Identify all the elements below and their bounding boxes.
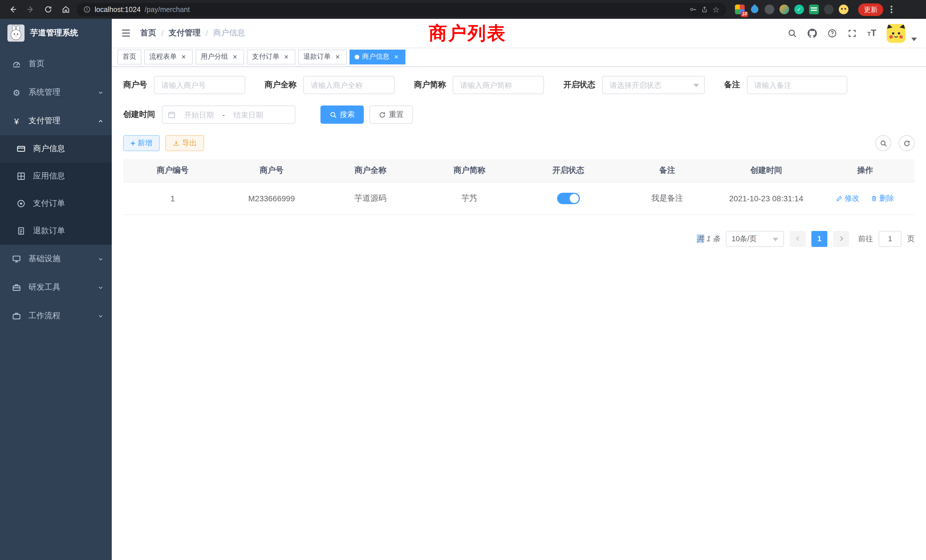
fullscreen-icon[interactable] [847,28,857,38]
extension-notes-icon[interactable] [809,5,819,14]
add-button[interactable]: + 新增 [123,135,160,151]
app-logo[interactable]: 芋道管理系统 [0,19,112,47]
pagination-total-text: 1 条 [707,234,720,243]
extension-check-icon[interactable] [794,5,804,14]
create-time-label: 创建时间 [123,109,162,120]
close-icon[interactable]: × [282,53,290,61]
search-icon [879,139,887,147]
extension-avatar-icon[interactable] [779,5,789,14]
extension-badge: 10 [741,11,748,17]
annotation-title: 商户列表 [429,21,506,46]
refresh-icon [378,111,386,118]
extension-pin-icon[interactable] [824,5,834,14]
close-icon[interactable]: × [231,53,239,61]
dashboard-icon [11,59,22,68]
extension-dark-circle-icon[interactable] [765,5,774,14]
browser-forward-icon[interactable] [23,3,37,16]
sidebar-item-merchant-info[interactable]: 商户信息 [0,135,112,162]
monitor-icon [11,254,22,263]
browser-address-bar[interactable]: localhost:1024/pay/merchant ☆ [76,3,726,16]
browser-reload-icon[interactable] [41,3,55,16]
extension-colorful-icon[interactable]: 10 [735,5,745,14]
breadcrumb-payment[interactable]: 支付管理 [169,28,201,38]
tab-label: 支付订单 [252,52,279,62]
cell-merchant-name: 芋道源码 [321,182,420,215]
delete-button-label: 删除 [879,193,894,203]
tab-label: 流程表单 [150,52,177,62]
next-page-button[interactable] [833,231,849,247]
reset-button-label: 重置 [389,109,404,120]
tab-refund-order[interactable]: 退款订单 × [298,49,346,64]
merchant-no-input[interactable] [154,76,245,94]
cell-actions: 修改 删除 [816,182,915,215]
breadcrumb-home[interactable]: 首页 [140,28,156,38]
tab-user-group[interactable]: 用户分组 × [195,49,244,64]
status-toggle[interactable] [557,192,580,204]
chrome-update-button[interactable]: 更新 [858,3,883,16]
start-date-input[interactable] [178,110,220,119]
date-range-picker[interactable]: - [162,106,295,124]
refresh-table-button[interactable] [899,135,915,151]
user-avatar[interactable] [887,24,905,42]
close-icon[interactable]: × [392,53,400,61]
close-icon[interactable]: × [334,53,342,61]
sidebar-item-workflow[interactable]: 工作流程 [0,302,112,330]
tab-process-form[interactable]: 流程表单 × [144,49,193,64]
avatar-caret-icon[interactable] [911,37,917,41]
sidebar-item-system[interactable]: ⚙ 系统管理 [0,78,112,107]
browser-back-icon[interactable] [6,3,20,16]
extension-drop-icon[interactable] [749,4,760,15]
sidebar-item-refund-order[interactable]: 退款订单 [0,217,112,245]
chevron-down-icon [97,313,104,319]
font-size-icon[interactable]: TT [867,28,876,38]
chevron-down-icon [97,284,104,291]
reset-button[interactable]: 重置 [369,106,413,124]
browser-menu-icon[interactable] [887,3,896,15]
sidebar-item-label: 商户信息 [33,144,104,154]
remark-label: 备注 [724,80,747,90]
sidebar-item-devtools[interactable]: 研发工具 [0,273,112,302]
search-icon[interactable] [787,28,797,38]
sidebar-item-app-info[interactable]: 应用信息 [0,162,112,190]
bookmark-star-icon[interactable]: ☆ [713,5,720,14]
trash-icon [871,195,878,201]
extension-smiley-icon[interactable] [839,5,849,14]
tab-home[interactable]: 首页 [118,49,141,64]
delete-button[interactable]: 删除 [871,193,894,203]
remark-input[interactable] [747,76,847,94]
merchant-short-name-input[interactable] [453,76,544,94]
sidebar-item-payment[interactable]: ¥ 支付管理 [0,107,112,135]
sidebar-item-home[interactable]: 首页 [0,50,112,78]
status-select[interactable] [602,76,705,94]
help-icon[interactable] [828,28,837,38]
sidebar-item-infrastructure[interactable]: 基础设施 [0,245,112,273]
edit-button[interactable]: 修改 [836,193,859,203]
chevron-down-icon [97,89,104,95]
app-title: 芋道管理系统 [30,28,78,38]
close-icon[interactable]: × [180,53,188,61]
sidebar-toggle-icon[interactable] [121,28,131,38]
page-1-button[interactable]: 1 [811,231,828,247]
page-size-select[interactable]: 10条/页 [726,231,784,247]
browser-home-icon[interactable] [59,3,73,16]
search-button[interactable]: 搜索 [321,106,364,124]
page-size-value: 10条/页 [732,233,757,244]
breadcrumb-separator: / [161,29,163,38]
password-key-icon[interactable] [690,6,697,13]
site-info-icon [83,6,91,13]
prev-page-button[interactable] [790,231,806,247]
toggle-search-button[interactable] [875,135,891,151]
merchant-name-input[interactable] [303,76,395,94]
logo-avatar [8,24,24,42]
filter-merchant-no: 商户号 [123,76,245,94]
end-date-input[interactable] [227,110,269,119]
export-button[interactable]: 导出 [165,135,204,151]
filter-merchant-name: 商户全称 [265,76,395,94]
share-icon[interactable] [701,6,708,13]
sidebar-item-payment-order[interactable]: 支付订单 [0,190,112,217]
table-row: 1 M233666999 芋道源码 芋艿 我是备注 2021-10-23 08:… [123,182,915,215]
tab-payment-order[interactable]: 支付订单 × [247,49,295,64]
goto-page-input[interactable] [879,231,902,247]
github-icon[interactable] [807,28,817,38]
tab-merchant-info[interactable]: 商户信息 × [350,49,406,64]
